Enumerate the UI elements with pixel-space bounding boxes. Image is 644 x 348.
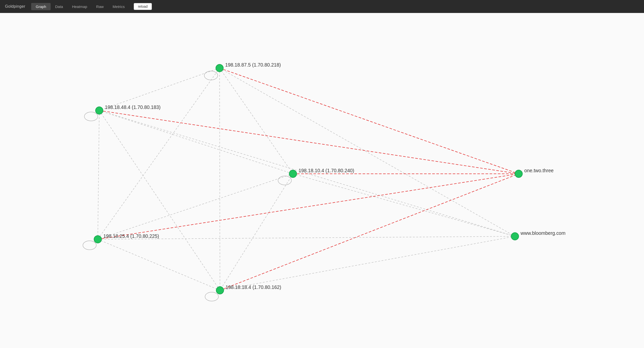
svg-line-7 bbox=[98, 174, 293, 239]
svg-line-12 bbox=[293, 174, 515, 236]
reload-button[interactable]: reload bbox=[134, 3, 152, 10]
node-label-n5: 198.18.18.4 (1.70.80.162) bbox=[226, 285, 281, 290]
node-n1[interactable] bbox=[216, 64, 223, 72]
svg-line-14 bbox=[220, 236, 515, 290]
svg-line-19 bbox=[220, 174, 519, 290]
node-label-n6: one.two.three bbox=[524, 168, 554, 173]
svg-point-21 bbox=[84, 112, 98, 121]
brand-logo: Goldpinger bbox=[5, 4, 25, 9]
svg-line-5 bbox=[98, 110, 99, 239]
svg-line-1 bbox=[220, 68, 293, 174]
svg-line-2 bbox=[98, 68, 220, 239]
nav-tabs: Graph Data Heatmap Raw Metrics reload bbox=[31, 3, 152, 10]
node-n5[interactable] bbox=[216, 287, 224, 294]
node-n6[interactable] bbox=[515, 170, 522, 177]
svg-line-10 bbox=[220, 68, 515, 236]
svg-line-4 bbox=[99, 110, 293, 174]
graph-svg: 198.18.87.5 (1.70.80.218) 198.18.48.4 (1… bbox=[0, 13, 644, 348]
svg-line-8 bbox=[220, 174, 293, 290]
svg-point-22 bbox=[278, 176, 292, 185]
svg-line-13 bbox=[98, 236, 515, 239]
svg-line-11 bbox=[99, 110, 515, 236]
node-n2[interactable] bbox=[96, 107, 103, 114]
tab-graph[interactable]: Graph bbox=[31, 3, 51, 10]
graph-area: 198.18.87.5 (1.70.80.218) 198.18.48.4 (1… bbox=[0, 13, 644, 348]
svg-point-24 bbox=[205, 292, 218, 301]
svg-line-18 bbox=[98, 174, 518, 239]
node-label-n2: 198.18.48.4 (1.70.80.183) bbox=[105, 104, 160, 110]
tab-heatmap[interactable]: Heatmap bbox=[68, 3, 92, 10]
svg-line-9 bbox=[98, 239, 220, 290]
navbar: Goldpinger Graph Data Heatmap Raw Metric… bbox=[0, 0, 644, 13]
node-label-n3: 198.18.10.4 (1.70.80.240) bbox=[298, 168, 354, 173]
svg-line-3 bbox=[220, 68, 220, 290]
node-n7[interactable] bbox=[511, 233, 519, 240]
node-n4[interactable] bbox=[94, 236, 102, 243]
tab-raw[interactable]: Raw bbox=[92, 3, 108, 10]
svg-line-0 bbox=[99, 68, 220, 110]
tab-data[interactable]: Data bbox=[51, 3, 68, 10]
node-label-n7: www.bloomberg.com bbox=[520, 230, 566, 236]
node-label-n4: 198.18.25.4 (1.70.80.225) bbox=[103, 233, 159, 239]
svg-line-15 bbox=[220, 68, 518, 174]
tab-metrics[interactable]: Metrics bbox=[108, 3, 129, 10]
svg-line-6 bbox=[99, 110, 220, 290]
svg-point-23 bbox=[83, 241, 96, 250]
node-label-n1: 198.18.87.5 (1.70.80.218) bbox=[225, 62, 281, 67]
node-n3[interactable] bbox=[289, 170, 297, 177]
svg-point-20 bbox=[204, 71, 218, 80]
svg-line-16 bbox=[99, 110, 518, 174]
